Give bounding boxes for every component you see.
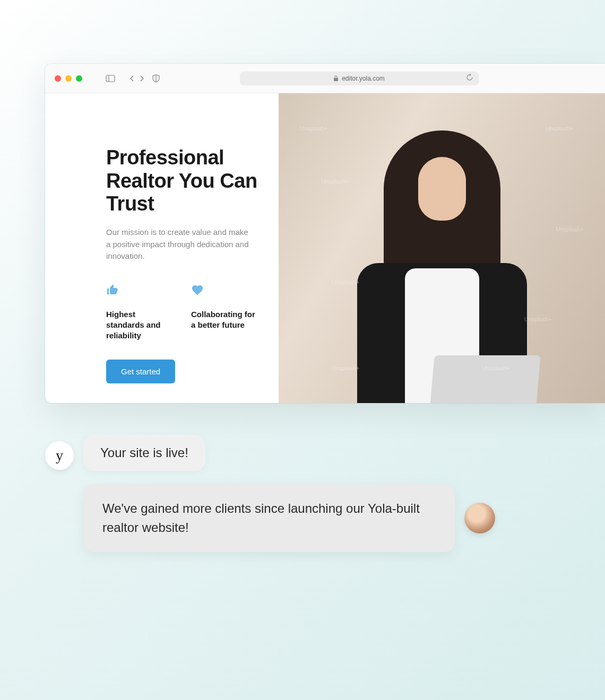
browser-window: editor.yola.com Professional Realtor You… bbox=[45, 64, 605, 403]
hero-left: Professional Realtor You Can Trust Our m… bbox=[45, 93, 279, 403]
page-content: Professional Realtor You Can Trust Our m… bbox=[45, 93, 605, 403]
browser-chrome: editor.yola.com bbox=[45, 64, 605, 93]
hero-image: Unsplash+ Unsplash+ Unsplash+ Unsplash+ … bbox=[279, 93, 605, 403]
watermark: Unsplash+ bbox=[524, 316, 552, 322]
window-close-icon[interactable] bbox=[55, 75, 61, 82]
hero-right: Unsplash+ Unsplash+ Unsplash+ Unsplash+ … bbox=[279, 93, 605, 403]
watermark: Unsplash+ bbox=[556, 226, 584, 232]
shield-icon[interactable] bbox=[152, 74, 160, 83]
address-bar[interactable]: editor.yola.com bbox=[240, 72, 479, 85]
chat-bubble-2: We've gained more clients since launchin… bbox=[83, 484, 455, 552]
watermark: Unsplash+ bbox=[332, 279, 359, 285]
chat-bubble-1: Your site is live! bbox=[83, 435, 205, 471]
feature-1-title: Highest standards and reliability bbox=[106, 309, 172, 342]
watermark: Unsplash+ bbox=[546, 125, 573, 132]
refresh-icon[interactable] bbox=[466, 74, 473, 83]
svg-rect-3 bbox=[334, 78, 338, 81]
features-row: Highest standards and reliability Collab… bbox=[106, 284, 257, 342]
watermark: Unsplash+ bbox=[300, 125, 327, 132]
chat-row-2: We've gained more clients since launchin… bbox=[83, 484, 560, 552]
chat-row-1: y Your site is live! bbox=[45, 435, 560, 471]
watermark: Unsplash+ bbox=[321, 178, 349, 185]
yola-letter: y bbox=[56, 447, 63, 464]
back-icon[interactable] bbox=[129, 75, 134, 82]
chat-section: y Your site is live! We've gained more c… bbox=[45, 435, 560, 552]
feature-1: Highest standards and reliability bbox=[106, 284, 172, 342]
thumbs-up-icon bbox=[106, 284, 172, 300]
feature-2-title: Collaborating for a better future bbox=[191, 309, 257, 331]
feature-2: Collaborating for a better future bbox=[191, 284, 257, 342]
window-maximize-icon[interactable] bbox=[76, 75, 82, 82]
watermark: Unsplash+ bbox=[332, 365, 359, 371]
yola-avatar: y bbox=[45, 441, 74, 470]
heart-icon bbox=[191, 284, 257, 300]
get-started-button[interactable]: Get started bbox=[106, 360, 175, 383]
forward-icon[interactable] bbox=[140, 75, 145, 82]
watermark: Unsplash+ bbox=[482, 365, 509, 371]
sidebar-toggle-icon[interactable] bbox=[106, 75, 115, 82]
hero-subtitle: Our mission is to create value and make … bbox=[106, 226, 255, 262]
lock-icon bbox=[333, 75, 339, 82]
traffic-lights bbox=[55, 75, 82, 82]
url-text: editor.yola.com bbox=[342, 75, 385, 82]
user-avatar bbox=[464, 503, 495, 533]
svg-rect-0 bbox=[106, 75, 115, 82]
window-minimize-icon[interactable] bbox=[65, 75, 72, 82]
hero-title: Professional Realtor You Can Trust bbox=[106, 146, 257, 216]
